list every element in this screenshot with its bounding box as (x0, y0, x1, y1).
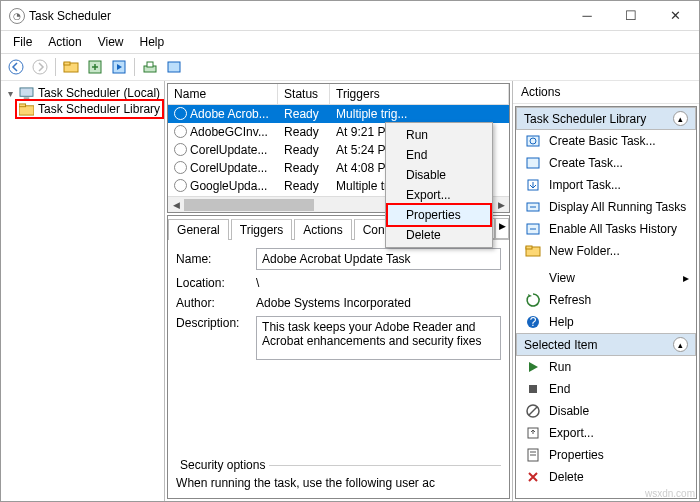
security-options-legend: Security options (176, 458, 269, 472)
selitem-end-icon (525, 381, 541, 397)
toolbar-create-button[interactable] (84, 56, 106, 78)
task-list-header: Name Status Triggers (168, 84, 509, 105)
selitem-delete[interactable]: Delete (516, 466, 696, 488)
action-help-icon: ? (525, 314, 541, 330)
ctx-export[interactable]: Export... (388, 185, 490, 205)
clock-icon (174, 143, 187, 156)
clock-icon (174, 107, 187, 120)
task-status: Ready (278, 177, 330, 195)
blank-icon (525, 270, 541, 286)
selitem-disable[interactable]: Disable (516, 400, 696, 422)
window-title: Task Scheduler (25, 9, 565, 23)
action-create-task[interactable]: Create Task... (516, 152, 696, 174)
action-refresh[interactable]: Refresh (516, 289, 696, 311)
location-value: \ (256, 276, 259, 290)
action-enable-all-tasks-history-icon (525, 221, 541, 237)
action-new-folder[interactable]: New Folder... (516, 240, 696, 262)
tab-actions[interactable]: Actions (294, 219, 351, 240)
toolbar-tray-button[interactable] (139, 56, 161, 78)
minimize-button[interactable]: ─ (565, 1, 609, 30)
tab-triggers[interactable]: Triggers (231, 219, 293, 240)
menu-view[interactable]: View (90, 33, 132, 51)
folder-icon (19, 103, 34, 116)
svg-rect-23 (529, 385, 537, 393)
scroll-left-arrow[interactable]: ◀ (168, 197, 184, 213)
actions-library-header[interactable]: Task Scheduler Library ▴ (516, 107, 696, 130)
col-triggers[interactable]: Triggers (330, 84, 509, 104)
svg-rect-11 (19, 105, 34, 114)
name-field[interactable] (256, 248, 501, 270)
scroll-right-arrow[interactable]: ▶ (493, 197, 509, 213)
selitem-disable-icon (525, 403, 541, 419)
scroll-thumb[interactable] (184, 199, 314, 211)
menu-help[interactable]: Help (132, 33, 173, 51)
description-field[interactable] (256, 316, 501, 360)
task-trigger: Multiple trig... (330, 105, 509, 123)
ctx-delete[interactable]: Delete (388, 225, 490, 245)
window-titlebar: ◔ Task Scheduler ─ ☐ ✕ (1, 1, 699, 31)
selitem-delete-icon (525, 469, 541, 485)
action-import-task-icon (525, 177, 541, 193)
context-menu: RunEndDisableExport...PropertiesDelete (385, 122, 493, 248)
svg-rect-3 (64, 62, 70, 65)
svg-rect-12 (19, 103, 26, 106)
clock-icon (174, 125, 187, 138)
security-account-line: When running the task, use the following… (176, 476, 501, 490)
menubar: File Action View Help (1, 31, 699, 53)
selitem-properties[interactable]: Properties (516, 444, 696, 466)
tab-general[interactable]: General (168, 219, 229, 240)
ctx-run[interactable]: Run (388, 125, 490, 145)
nav-back-button[interactable] (5, 56, 27, 78)
tree-library[interactable]: Task Scheduler Library (17, 101, 162, 117)
task-status: Ready (278, 123, 330, 141)
selitem-end[interactable]: End (516, 378, 696, 400)
action-display-all-running-tasks[interactable]: Display All Running Tasks (516, 196, 696, 218)
close-button[interactable]: ✕ (653, 1, 697, 30)
toolbar-folder-button[interactable] (60, 56, 82, 78)
menu-file[interactable]: File (5, 33, 40, 51)
ctx-end[interactable]: End (388, 145, 490, 165)
svg-rect-20 (526, 246, 532, 249)
task-row[interactable]: Adobe Acrob...ReadyMultiple trig... (168, 105, 509, 123)
action-create-basic-task-icon (525, 133, 541, 149)
maximize-button[interactable]: ☐ (609, 1, 653, 30)
details-panel: GeneralTriggersActionsConditionsSettin ◀… (167, 215, 510, 499)
action-help[interactable]: ?Help (516, 311, 696, 333)
expander-icon[interactable]: ▾ (5, 88, 15, 99)
action-enable-all-tasks-history[interactable]: Enable All Tasks History (516, 218, 696, 240)
ctx-properties[interactable]: Properties (388, 205, 490, 225)
selitem-export[interactable]: Export... (516, 422, 696, 444)
actions-header: Actions (513, 81, 699, 104)
collapse-icon[interactable]: ▴ (673, 111, 688, 126)
action-new-folder-icon (525, 243, 541, 259)
watermark: wsxdn.com (645, 488, 695, 499)
toolbar-extra-button[interactable] (163, 56, 185, 78)
actions-selected-header[interactable]: Selected Item ▴ (516, 333, 696, 356)
action-create-basic-task[interactable]: Create Basic Task... (516, 130, 696, 152)
tree-panel: ▾ Task Scheduler (Local) Task Scheduler … (1, 81, 165, 501)
task-name: CorelUpdate... (190, 161, 267, 175)
task-name: GoogleUpda... (190, 179, 267, 193)
nav-forward-button[interactable] (29, 56, 51, 78)
action-import-task[interactable]: Import Task... (516, 174, 696, 196)
submenu-arrow-icon: ▸ (683, 271, 689, 285)
svg-line-25 (529, 407, 537, 415)
clock-icon (174, 161, 187, 174)
tree-root[interactable]: ▾ Task Scheduler (Local) (3, 85, 162, 101)
menu-action[interactable]: Action (40, 33, 89, 51)
svg-rect-10 (24, 97, 30, 99)
toolbar-run-button[interactable] (108, 56, 130, 78)
collapse-icon[interactable]: ▴ (673, 337, 688, 352)
task-status: Ready (278, 141, 330, 159)
ctx-disable[interactable]: Disable (388, 165, 490, 185)
computer-icon (19, 87, 34, 100)
action-create-task-icon (525, 155, 541, 171)
svg-point-1 (33, 60, 47, 74)
col-status[interactable]: Status (278, 84, 330, 104)
svg-rect-7 (147, 62, 153, 67)
toolbar-separator (134, 58, 135, 76)
selitem-run[interactable]: Run (516, 356, 696, 378)
location-label: Location: (176, 276, 256, 290)
action-view[interactable]: View▸ (516, 267, 696, 289)
col-name[interactable]: Name (168, 84, 278, 104)
